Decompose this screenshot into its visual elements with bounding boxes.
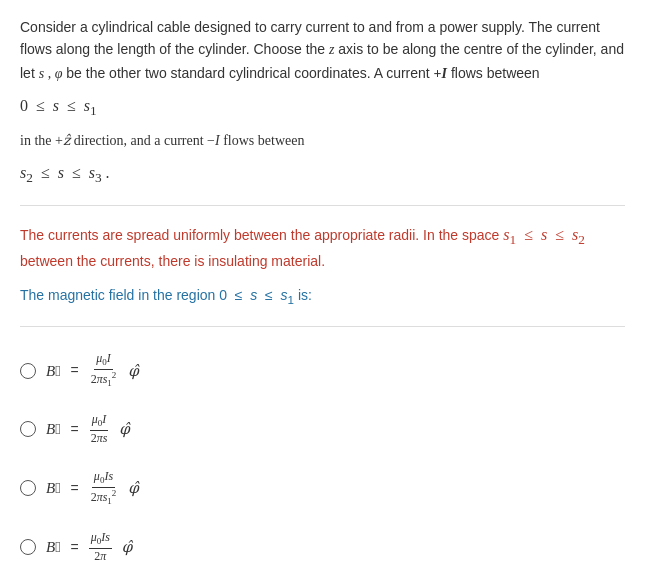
condition2-display: s2 ≤ s ≤ s3 . bbox=[20, 160, 625, 189]
divider1 bbox=[20, 205, 625, 206]
formula-C: B⃗ = μ0Is 2πs12 φ̂ bbox=[46, 469, 139, 508]
s-phi-variables: s , φ bbox=[39, 66, 63, 81]
intro-paragraph: Consider a cylindrical cable designed to… bbox=[20, 16, 625, 85]
current-I: +I bbox=[434, 66, 447, 81]
option-row-D: B⃗ = μ0Is 2π φ̂ bbox=[20, 530, 625, 565]
divider2 bbox=[20, 326, 625, 327]
spread-condition: s1 ≤ s ≤ s2 bbox=[503, 226, 585, 243]
condition1-display: 0 ≤ s ≤ s1 bbox=[20, 93, 625, 122]
option-row-C: B⃗ = μ0Is 2πs12 φ̂ bbox=[20, 469, 625, 508]
formula-D: B⃗ = μ0Is 2π φ̂ bbox=[46, 530, 132, 565]
options-section: B⃗ = μ0I 2πs12 φ̂ B⃗ = μ0I 2πs φ̂ bbox=[20, 351, 625, 565]
z-variable: z bbox=[329, 42, 334, 57]
radio-C[interactable] bbox=[20, 480, 36, 496]
option-row-A: B⃗ = μ0I 2πs12 φ̂ bbox=[20, 351, 625, 390]
direction-paragraph: in the +ẑ direction, and a current −I fl… bbox=[20, 130, 625, 152]
radio-B[interactable] bbox=[20, 421, 36, 437]
radio-A[interactable] bbox=[20, 363, 36, 379]
option-row-B: B⃗ = μ0I 2πs φ̂ bbox=[20, 412, 625, 447]
flows-between-text: flows between bbox=[451, 65, 540, 81]
radio-D[interactable] bbox=[20, 539, 36, 555]
problem-container: Consider a cylindrical cable designed to… bbox=[20, 16, 625, 565]
spread-paragraph: The currents are spread uniformly betwee… bbox=[20, 222, 625, 273]
field-paragraph: The magnetic field in the region 0 ≤ s ≤… bbox=[20, 284, 625, 309]
formula-B: B⃗ = μ0I 2πs φ̂ bbox=[46, 412, 130, 447]
formula-A: B⃗ = μ0I 2πs12 φ̂ bbox=[46, 351, 139, 390]
